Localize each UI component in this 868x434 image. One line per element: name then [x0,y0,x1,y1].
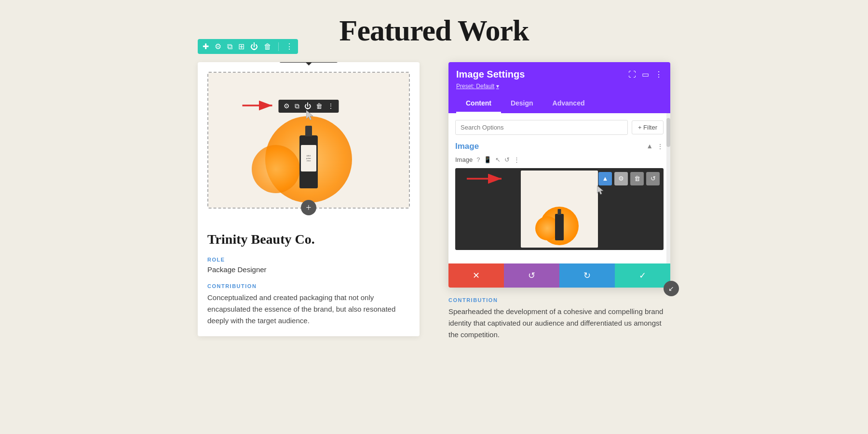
cancel-button[interactable]: ✕ [448,263,504,288]
panel-preset[interactable]: Preset: Default ▾ [456,83,663,90]
undo-image-button[interactable]: ↺ [646,172,660,185]
card-text-content: Trinity Beauty Co. ROLE Package Designer… [207,220,410,327]
card-image-wrapper: DIVIprimeelixir Module Settings [207,72,410,209]
right-contribution-text: Spearheaded the development of a cohesiv… [448,306,670,341]
search-input[interactable] [455,120,628,135]
image-settings-panel: Image Settings ⛶ ▭ ⋮ Preset: Default ▾ C… [448,62,670,288]
section-toolbar[interactable]: ✚ ⚙ ⧉ ⊞ ⏻ 🗑 ⋮ [198,39,298,54]
section-header: Image ▲ ⋮ [455,142,664,151]
add-content-button[interactable]: + [301,200,316,215]
power-icon[interactable]: ⏻ [250,42,258,51]
product-image: DIVIprimeelixir [208,73,409,208]
undo-field-icon[interactable]: ↺ [504,156,510,163]
role-value: Package Designer [207,265,410,274]
field-more-icon[interactable]: ⋮ [514,156,520,163]
resize-handle[interactable]: ↙ [664,281,679,296]
tab-content[interactable]: Content [456,94,501,113]
power-module-icon[interactable]: ⏻ [304,103,311,110]
preview-bottle [555,214,564,240]
contribution-label: CONTRIBUTION [207,283,410,289]
settings-icon[interactable]: ⚙ [215,42,221,51]
save-button[interactable]: ✓ [615,263,670,288]
trash-icon[interactable]: 🗑 [264,42,271,51]
gear-module-icon[interactable]: ⚙ [284,102,290,110]
tab-advanced[interactable]: Advanced [543,94,595,113]
portfolio-card-left: DIVIprimeelixir Module Settings [198,62,420,336]
undo-button[interactable]: ↺ [504,263,559,288]
right-card-content: CONTRIBUTION Spearheaded the development… [448,297,670,350]
bottle-label: DIVIprimeelixir [301,145,316,171]
preview-inner-image [521,171,598,248]
dots-module-icon[interactable]: ⋮ [327,102,334,110]
panel-scrollbar-thumb[interactable] [666,118,670,147]
settings-panel-container: Image Settings ⛶ ▭ ⋮ Preset: Default ▾ C… [448,62,670,288]
toolbar-divider [278,42,279,51]
upload-image-button[interactable]: ▲ [598,172,612,185]
panel-header-row: Image Settings ⛶ ▭ ⋮ [456,69,663,80]
copy-module-icon[interactable]: ⧉ [295,103,299,110]
left-content-area: ✚ ⚙ ⧉ ⊞ ⏻ 🗑 ⋮ DIVIprimee [198,62,420,350]
module-settings-tooltip: Module Settings [279,62,338,63]
card-title: Trinity Beauty Co. [207,232,410,247]
help-icon[interactable]: ? [476,156,480,163]
contribution-text: Conceptualized and created packaging tha… [207,292,410,327]
section-title: Image [455,142,479,151]
tab-design[interactable]: Design [501,94,543,113]
red-arrow-indicator [243,100,276,111]
right-contribution-label: CONTRIBUTION [448,297,670,303]
right-content-area: Image Settings ⛶ ▭ ⋮ Preset: Default ▾ C… [448,62,670,350]
panel-tabs: Content Design Advanced [456,94,663,113]
orange-small [252,145,300,193]
collapse-icon[interactable]: ▲ [646,143,653,150]
bottle-text: DIVIprimeelixir [306,155,311,162]
cursor-icon[interactable]: ↖ [495,156,501,163]
split-icon[interactable]: ▭ [642,70,649,79]
panel-header-icons: ⛶ ▭ ⋮ [628,70,663,79]
search-row: + Filter [455,120,664,135]
page-title: Featured Work [0,0,868,62]
panel-header: Image Settings ⛶ ▭ ⋮ Preset: Default ▾ C… [448,62,670,113]
panel-action-buttons: ✕ ↺ ↻ ✓ [448,263,670,288]
more-icon[interactable]: ⋮ [285,42,293,51]
section-controls: ▲ ⋮ [646,143,664,151]
panel-title: Image Settings [456,69,525,80]
red-arrow-preview [467,173,505,184]
preview-image-toolbar[interactable]: ▲ ⚙ 🗑 ↺ [598,172,660,185]
preview-cursor [597,185,606,198]
mobile-icon[interactable]: 📱 [484,156,491,163]
delete-image-button[interactable]: 🗑 [630,172,644,185]
filter-button[interactable]: + Filter [632,120,664,134]
image-preview-container: ▲ ⚙ 🗑 ↺ [455,168,664,250]
add-icon[interactable]: ✚ [203,42,209,51]
more-panel-icon[interactable]: ⋮ [655,70,663,79]
image-settings-button[interactable]: ⚙ [614,172,628,185]
cursor-indicator [306,110,316,122]
panel-scrollbar-track[interactable] [666,113,670,263]
image-field-row: Image ? 📱 ↖ ↺ ⋮ [455,156,664,163]
role-label: ROLE [207,257,410,263]
redo-button[interactable]: ↻ [559,263,615,288]
grid-icon[interactable]: ⊞ [238,42,244,51]
panel-body: + Filter Image ▲ ⋮ Image ? 📱 [448,113,670,263]
image-field-label: Image [455,156,473,163]
product-bottle: DIVIprimeelixir [299,135,318,188]
fullscreen-icon[interactable]: ⛶ [628,70,636,79]
duplicate-icon[interactable]: ⧉ [227,42,232,51]
section-more-icon[interactable]: ⋮ [657,143,664,151]
trash-module-icon[interactable]: 🗑 [316,103,323,110]
